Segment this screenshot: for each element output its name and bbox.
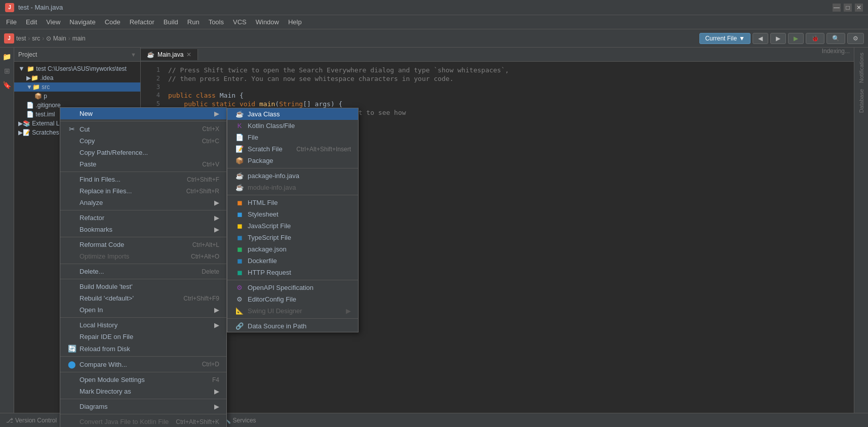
bottom-tab-vcs[interactable]: ⎇ Version Control: [4, 416, 59, 425]
ctx-arrow-refactor: ▶: [214, 214, 219, 222]
ctx-item-paste[interactable]: Paste Ctrl+V: [60, 158, 226, 170]
ctx-item-new[interactable]: New ▶ ☕ Java Class K Kotlin Class/File 📄: [60, 108, 226, 119]
submenu-label-packagejson: package.json: [248, 245, 287, 253]
submenu-item-file[interactable]: 📄 File: [227, 132, 358, 143]
submenu-item-stylesheet[interactable]: ◼ Stylesheet: [227, 208, 358, 220]
submenu-label-http: HTTP Request: [248, 269, 291, 276]
submenu-item-dockerfile[interactable]: ◼ Dockerfile: [227, 255, 358, 267]
menu-view[interactable]: View: [42, 17, 64, 27]
submenu-item-datasource[interactable]: 🔗 Data Source in Path: [227, 320, 358, 332]
context-menu: New ▶ ☕ Java Class K Kotlin Class/File 📄: [60, 107, 227, 427]
menu-help[interactable]: Help: [284, 17, 306, 27]
submenu-item-java-class[interactable]: ☕ Java Class: [227, 108, 358, 120]
ctx-arrow-new: ▶: [214, 110, 219, 117]
menu-run[interactable]: Run: [183, 17, 204, 27]
toolbar-back-button[interactable]: ◀: [753, 33, 768, 44]
ctx-item-replace[interactable]: Replace in Files... Ctrl+Shift+R: [60, 185, 226, 197]
line-content-2: // then press Enter. You can now see whi…: [168, 75, 454, 82]
ctx-item-compare[interactable]: ⬤ Compare With... Ctrl+D: [60, 358, 226, 370]
ctx-item-bookmarks[interactable]: Bookmarks ▶: [60, 224, 226, 235]
ctx-sep-5: [60, 264, 226, 264]
submenu-icon-html: ◼: [234, 199, 245, 206]
tree-item-idea[interactable]: ▶ 📁 .idea: [14, 73, 140, 82]
ctx-item-reload[interactable]: 🔄 Reload from Disk: [60, 343, 226, 355]
ctx-item-find[interactable]: Find in Files... Ctrl+Shift+F: [60, 174, 226, 185]
minimize-button[interactable]: —: [833, 4, 841, 12]
breadcrumb-main-method[interactable]: main: [72, 35, 86, 42]
ctx-item-reformat[interactable]: Reformat Code Ctrl+Alt+L: [60, 239, 226, 250]
menu-navigate[interactable]: Navigate: [65, 17, 99, 27]
submenu-item-ts[interactable]: ◼ TypeScript File: [227, 232, 358, 243]
ctx-item-open-in[interactable]: Open In ▶: [60, 304, 226, 316]
close-button[interactable]: ✕: [855, 4, 863, 12]
menu-code[interactable]: Code: [101, 17, 125, 27]
submenu-label-stylesheet: Stylesheet: [248, 210, 279, 218]
toolbar-run-button[interactable]: ▶: [788, 33, 804, 44]
ctx-item-repair-ide[interactable]: Repair IDE on File: [60, 331, 226, 343]
ctx-item-rebuild[interactable]: Rebuild '<default>' Ctrl+Shift+F9: [60, 292, 226, 304]
tab-main-java[interactable]: ☕ Main.java ✕: [141, 49, 198, 60]
ctx-label-cut: Cut: [80, 125, 90, 133]
submenu-item-package[interactable]: 📦 Package: [227, 155, 358, 166]
line-content-4: public class Main {: [168, 92, 244, 99]
tab-close-icon[interactable]: ✕: [186, 51, 191, 58]
code-line-2: 2 // then press Enter. You can now see w…: [141, 74, 854, 83]
settings-button[interactable]: ⚙: [847, 33, 864, 44]
ctx-item-diagrams[interactable]: Diagrams ▶: [60, 401, 226, 412]
toolbar-debug-button[interactable]: 🐞: [806, 33, 824, 44]
ctx-item-module-settings[interactable]: Open Module Settings F4: [60, 374, 226, 386]
search-button[interactable]: 🔍: [826, 33, 845, 44]
sidebar-project-icon[interactable]: 📁: [1, 51, 13, 63]
menu-edit[interactable]: Edit: [22, 17, 41, 27]
current-file-button[interactable]: Current File ▼: [699, 33, 751, 44]
maximize-button[interactable]: □: [844, 4, 852, 12]
ctx-item-build-module[interactable]: Build Module 'test': [60, 281, 226, 292]
submenu-item-openapi[interactable]: ⚙ OpenAPI Specification: [227, 282, 358, 293]
submenu-label-swing: Swing UI Designer: [248, 307, 302, 315]
menu-tools[interactable]: Tools: [205, 17, 228, 27]
submenu-icon-css: ◼: [234, 210, 245, 218]
ctx-shortcut-delete: Delete: [202, 268, 219, 275]
ctx-label-copy: Copy: [80, 137, 95, 145]
ctx-shortcut-cut: Ctrl+X: [202, 125, 219, 133]
ctx-item-copy-path[interactable]: Copy Path/Reference...: [60, 147, 226, 158]
submenu-icon-package-info: ☕: [234, 172, 245, 180]
ctx-item-delete[interactable]: Delete... Delete: [60, 266, 226, 277]
sidebar-bookmark-icon[interactable]: 🔖: [1, 79, 13, 91]
tree-item-src[interactable]: ▼ 📁 src: [14, 82, 140, 92]
menu-refactor[interactable]: Refactor: [126, 17, 159, 27]
submenu-item-package-info[interactable]: ☕ package-info.java: [227, 170, 358, 182]
submenu-item-packagejson[interactable]: ◼ package.json: [227, 243, 358, 255]
ctx-item-analyze[interactable]: Analyze ▶: [60, 197, 226, 208]
title-bar-controls[interactable]: — □ ✕: [833, 4, 863, 12]
breadcrumb-test[interactable]: test: [16, 35, 26, 42]
menu-vcs[interactable]: VCS: [229, 17, 251, 27]
breadcrumb-src[interactable]: src: [32, 35, 40, 42]
ctx-label-rebuild: Rebuild '<default>': [80, 294, 134, 302]
submenu-item-html[interactable]: ◼ HTML File: [227, 197, 358, 208]
left-sidebar: 📁 ⊞ 🔖: [0, 48, 14, 413]
ctx-item-local-history[interactable]: Local History ▶: [60, 319, 226, 331]
submenu-item-js[interactable]: ◼ JavaScript File: [227, 220, 358, 232]
ctx-item-refactor[interactable]: Refactor ▶: [60, 212, 226, 224]
submenu-label-file: File: [248, 134, 258, 141]
ctx-item-cut[interactable]: ✂ Cut Ctrl+X: [60, 123, 226, 135]
sidebar-structure-icon[interactable]: ⊞: [1, 65, 13, 77]
sidebar-notifications-label[interactable]: Notifications: [858, 53, 864, 83]
tree-item-test[interactable]: ▼ 📁 test C:\Users\ASUS\myworks\test: [14, 64, 140, 73]
tree-item-p[interactable]: 📦 p: [14, 92, 140, 101]
ctx-item-copy[interactable]: Copy Ctrl+C: [60, 135, 226, 147]
submenu-item-http[interactable]: ◼ HTTP Request: [227, 267, 358, 278]
submenu-item-editorconfig[interactable]: ⚙ EditorConfig File: [227, 293, 358, 305]
sidebar-database-label[interactable]: Database: [858, 89, 864, 113]
menu-window[interactable]: Window: [252, 17, 283, 27]
breadcrumb-main[interactable]: ⊙ Main: [46, 35, 66, 42]
tree-label-iml: 📄 test.iml: [26, 111, 55, 118]
submenu-item-scratch[interactable]: 📝 Scratch File Ctrl+Alt+Shift+Insert: [227, 143, 358, 155]
menu-build[interactable]: Build: [160, 17, 182, 27]
ctx-item-mark-directory[interactable]: Mark Directory as ▶: [60, 386, 226, 397]
submenu-item-kotlin[interactable]: K Kotlin Class/File: [227, 120, 358, 132]
menu-file[interactable]: File: [2, 17, 21, 27]
toolbar-forward-button[interactable]: ▶: [770, 33, 786, 44]
tree-indent: ▶: [26, 74, 31, 81]
